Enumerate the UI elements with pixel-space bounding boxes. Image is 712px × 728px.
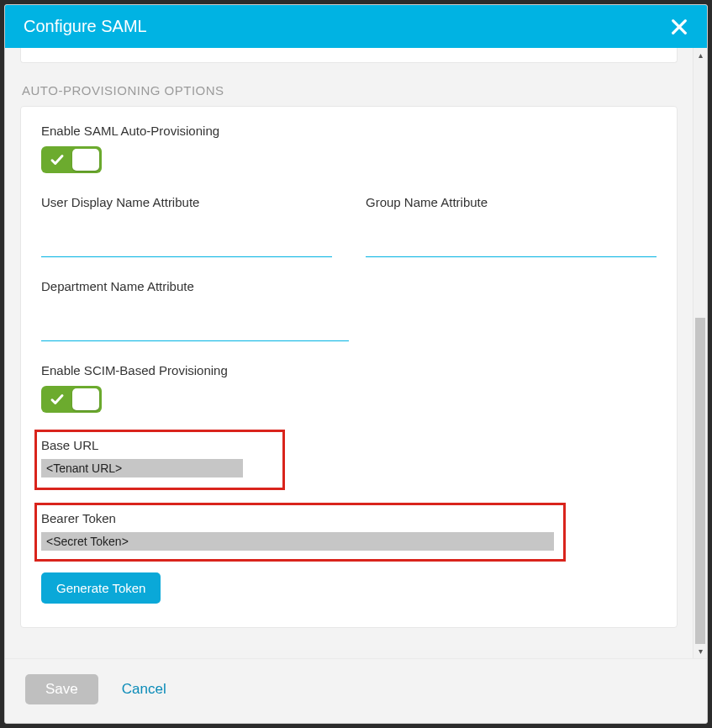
scrollbar-thumb[interactable] xyxy=(695,318,705,644)
scroll-down-arrow-icon[interactable]: ▾ xyxy=(694,644,707,658)
modal-title: Configure SAML xyxy=(24,17,147,36)
section-label: AUTO-PROVISIONING OPTIONS xyxy=(22,83,678,98)
save-button[interactable]: Save xyxy=(25,674,98,704)
base-url-input[interactable] xyxy=(41,459,243,477)
modal-body: AUTO-PROVISIONING OPTIONS Enable SAML Au… xyxy=(5,48,693,658)
bearer-token-label: Bearer Token xyxy=(41,511,650,525)
modal-header: Configure SAML xyxy=(5,5,707,48)
cancel-button[interactable]: Cancel xyxy=(122,681,166,698)
toggle-knob xyxy=(72,149,99,171)
vertical-scrollbar[interactable]: ▴ ▾ xyxy=(693,48,707,658)
enable-saml-toggle[interactable] xyxy=(41,146,102,173)
enable-scim-label: Enable SCIM-Based Provisioning xyxy=(41,363,657,377)
group-name-input[interactable] xyxy=(366,229,657,257)
enable-saml-label: Enable SAML Auto-Provisioning xyxy=(41,124,657,138)
group-name-label: Group Name Attribute xyxy=(366,195,657,209)
modal-footer: Save Cancel xyxy=(5,658,707,723)
base-url-label: Base URL xyxy=(41,438,650,452)
check-icon xyxy=(44,392,71,407)
auto-provisioning-card: Enable SAML Auto-Provisioning User Displ… xyxy=(20,106,678,628)
user-display-name-input[interactable] xyxy=(41,229,332,257)
enable-scim-toggle[interactable] xyxy=(41,386,102,413)
bearer-token-group: Bearer Token xyxy=(34,501,657,559)
close-icon[interactable] xyxy=(670,18,688,36)
toggle-knob xyxy=(72,388,99,410)
generate-token-button[interactable]: Generate Token xyxy=(41,572,161,604)
bearer-token-input[interactable] xyxy=(41,532,554,551)
user-display-name-label: User Display Name Attribute xyxy=(41,195,332,209)
department-name-input[interactable] xyxy=(41,314,349,341)
scroll-up-arrow-icon[interactable]: ▴ xyxy=(694,48,707,62)
previous-card-edge xyxy=(20,48,678,63)
department-name-label: Department Name Attribute xyxy=(41,279,349,293)
configure-saml-modal: Configure SAML AUTO-PROVISIONING OPTIONS… xyxy=(4,4,708,724)
check-icon xyxy=(44,152,71,167)
base-url-group: Base URL xyxy=(34,428,657,486)
modal-body-wrapper: AUTO-PROVISIONING OPTIONS Enable SAML Au… xyxy=(5,48,707,658)
scrollbar-track[interactable] xyxy=(694,62,707,644)
